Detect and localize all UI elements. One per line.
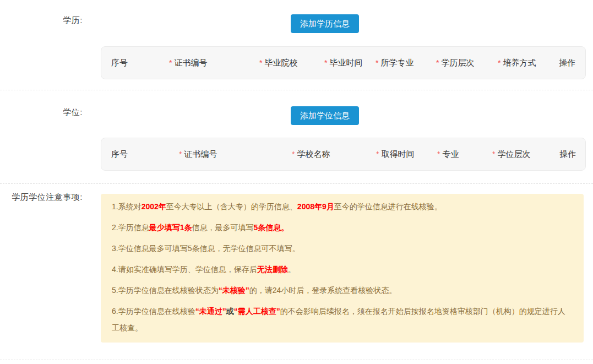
note-text: 至今的学位信息进行在线核验。 [334, 202, 442, 211]
column-header: *学位层次 [492, 149, 559, 160]
required-asterisk: * [292, 150, 295, 159]
note-text: 的，请24小时后，登录系统查看核验状态。 [249, 286, 397, 295]
degree-table-header: 序号*证书编号*学校名称*取得时间*专业*学位层次操作 [101, 138, 586, 171]
column-header: 序号 [111, 149, 179, 160]
note-item: 3.学位信息最多可填写5条信息，无学位信息可不填写。 [112, 240, 573, 257]
note-item: 6.学历学位信息在线核验“未通过”或“需人工核查”的不会影响后续报名，须在报名开… [112, 303, 573, 336]
required-asterisk: * [437, 150, 440, 159]
note-highlight: “需人工核查” [234, 307, 280, 316]
note-text: 至今大专以上（含大专）的学历信息、 [166, 202, 297, 211]
note-highlight: “未通过” [195, 307, 226, 316]
degree-label: 学位: [0, 107, 83, 118]
column-header: *证书编号 [179, 149, 292, 160]
note-text: 信息，最多可填写 [192, 223, 253, 232]
note-highlight: 2008年9月 [297, 202, 334, 211]
column-header: 序号 [111, 58, 169, 68]
note-highlight: 或 [226, 307, 234, 316]
column-header: *证书编号 [169, 58, 259, 68]
required-asterisk: * [492, 150, 495, 159]
notes-panel: 1.系统对2002年至今大专以上（含大专）的学历信息、2008年9月至今的学位信… [101, 194, 584, 343]
note-text: 2.学历信息 [112, 223, 149, 232]
required-asterisk: * [324, 58, 327, 67]
required-asterisk: * [376, 58, 378, 67]
column-header: *学校名称 [292, 149, 376, 160]
education-table-header: 序号*证书编号*毕业院校*毕业时间*所学专业*学历层次*培养方式操作 [101, 46, 586, 79]
note-text: 1.系统对 [112, 202, 142, 211]
column-header: 操作 [559, 149, 586, 160]
note-text: 4.请如实准确填写学历、学位信息，保存后 [112, 265, 257, 274]
note-item: 5.学历学位信息在线核验状态为“未核验”的，请24小时后，登录系统查看核验状态。 [112, 282, 573, 298]
column-header: *毕业时间 [324, 58, 376, 68]
section-divider [0, 90, 593, 90]
required-asterisk: * [179, 150, 182, 159]
note-item: 1.系统对2002年至今大专以上（含大专）的学历信息、2008年9月至今的学位信… [112, 198, 573, 215]
column-header: *毕业院校 [259, 58, 324, 68]
required-asterisk: * [259, 58, 262, 67]
add-education-button[interactable]: 添加学历信息 [291, 14, 359, 33]
note-highlight: 2002年 [142, 202, 166, 211]
section-divider [0, 360, 593, 360]
required-asterisk: * [376, 150, 379, 159]
note-highlight: 最少填写1条 [149, 223, 192, 232]
notes-label: 学历学位注意事项: [0, 192, 83, 203]
education-degree-form: 学历: 添加学历信息 序号*证书编号*毕业院校*毕业时间*所学专业*学历层次*培… [0, 0, 593, 364]
section-divider [0, 183, 593, 184]
column-header: *专业 [437, 149, 492, 160]
required-asterisk: * [436, 58, 439, 67]
add-degree-button[interactable]: 添加学位信息 [291, 106, 359, 125]
note-text: 3.学位信息最多可填写5条信息，无学位信息可不填写。 [112, 244, 300, 253]
note-highlight: “未核验” [219, 286, 249, 295]
note-text: 5.学历学位信息在线核验状态为 [112, 286, 219, 295]
required-asterisk: * [498, 58, 500, 67]
note-item: 2.学历信息最少填写1条信息，最多可填写5条信息。 [112, 219, 573, 236]
note-text: 。 [288, 265, 296, 274]
note-item: 4.请如实准确填写学历、学位信息，保存后无法删除。 [112, 261, 573, 278]
note-highlight: 5条信息。 [253, 223, 289, 232]
column-header: *所学专业 [376, 58, 436, 68]
required-asterisk: * [169, 58, 172, 67]
column-header: 操作 [559, 58, 587, 68]
column-header: *取得时间 [376, 149, 437, 160]
note-highlight: 无法删除 [257, 265, 288, 274]
education-label: 学历: [0, 15, 83, 26]
column-header: *学历层次 [436, 58, 498, 68]
column-header: *培养方式 [498, 58, 559, 68]
note-text: 6.学历学位信息在线核验 [112, 307, 195, 316]
